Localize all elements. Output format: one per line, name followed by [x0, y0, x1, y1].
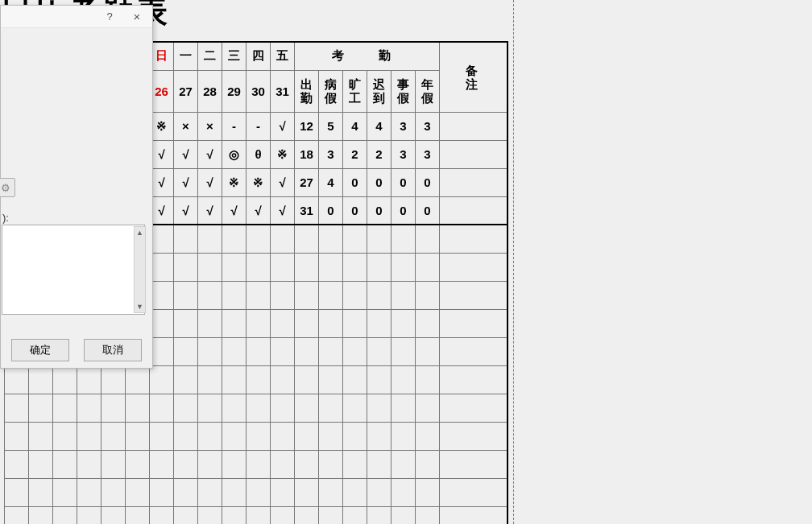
day-cell[interactable]: √	[174, 140, 198, 168]
date-header: 27	[174, 70, 198, 112]
metric-cell[interactable]: 0	[392, 196, 416, 225]
metric-cell[interactable]: 3	[392, 112, 416, 140]
weekday-header: 四	[246, 42, 271, 70]
metric-cell[interactable]: 3	[319, 140, 343, 168]
scroll-down-icon[interactable]: ▼	[135, 301, 145, 312]
ok-button[interactable]: 确定	[11, 339, 69, 361]
day-cell[interactable]: √	[198, 196, 222, 225]
metric-cell[interactable]: 0	[343, 168, 367, 196]
weekday-header: 二	[198, 42, 222, 70]
weekday-header: 三	[222, 42, 246, 70]
day-cell[interactable]: ※	[150, 112, 174, 140]
dialog-textarea[interactable]	[2, 225, 145, 315]
day-cell[interactable]: √	[271, 196, 295, 225]
metric-cell[interactable]: 5	[319, 112, 343, 140]
weekday-header: 一	[174, 42, 198, 70]
dialog: ? × ⚙ ): ▲ ▼ 确定 取消	[0, 5, 153, 369]
remark-cell[interactable]	[440, 196, 508, 225]
metric-header: 年假	[416, 70, 440, 112]
remark-header: 备注	[440, 42, 508, 112]
cancel-button[interactable]: 取消	[84, 339, 142, 361]
day-cell[interactable]: ×	[198, 112, 222, 140]
day-cell[interactable]: √	[174, 168, 198, 196]
scroll-up-icon[interactable]: ▲	[135, 227, 145, 238]
metric-cell[interactable]: 18	[295, 140, 319, 168]
metric-header: 事假	[392, 70, 416, 112]
dialog-label: ):	[2, 212, 9, 224]
metric-cell[interactable]: 3	[416, 140, 440, 168]
metric-cell[interactable]: 3	[392, 140, 416, 168]
attendance-group-header: 考 勤	[295, 42, 440, 70]
day-cell[interactable]: ◎	[222, 140, 246, 168]
day-cell[interactable]: √	[150, 168, 174, 196]
date-header: 30	[246, 70, 271, 112]
day-cell[interactable]: -	[246, 112, 271, 140]
metric-cell[interactable]: 12	[295, 112, 319, 140]
metric-cell[interactable]: 0	[416, 196, 440, 225]
remark-header-text: 备注	[440, 64, 507, 92]
remark-cell[interactable]	[440, 112, 508, 140]
metric-cell[interactable]: 0	[319, 196, 343, 225]
remark-cell[interactable]	[440, 168, 508, 196]
metric-cell[interactable]: 31	[295, 196, 319, 225]
metric-cell[interactable]: 2	[367, 140, 392, 168]
day-cell[interactable]: √	[198, 140, 222, 168]
metric-cell[interactable]: 4	[367, 112, 392, 140]
close-icon[interactable]: ×	[123, 7, 151, 27]
settings-icon[interactable]: ⚙	[0, 178, 15, 197]
day-cell[interactable]: √	[174, 196, 198, 225]
day-cell[interactable]: √	[246, 196, 271, 225]
day-cell[interactable]: -	[222, 112, 246, 140]
weekday-header: 五	[271, 42, 295, 70]
date-header: 26	[150, 70, 174, 112]
metric-cell[interactable]: 4	[343, 112, 367, 140]
remark-cell[interactable]	[440, 140, 508, 168]
metric-cell[interactable]: 27	[295, 168, 319, 196]
day-cell[interactable]: ×	[174, 112, 198, 140]
day-cell[interactable]: √	[271, 168, 295, 196]
weekday-header: 日	[150, 42, 174, 70]
date-header: 31	[271, 70, 295, 112]
metric-cell[interactable]: 2	[343, 140, 367, 168]
metric-cell[interactable]: 0	[392, 168, 416, 196]
metric-cell[interactable]: 3	[416, 112, 440, 140]
metric-cell[interactable]: 4	[319, 168, 343, 196]
metric-header: 旷工	[343, 70, 367, 112]
page-break-indicator	[513, 0, 514, 524]
metric-header: 病假	[319, 70, 343, 112]
metric-cell[interactable]: 0	[416, 168, 440, 196]
metric-cell[interactable]: 0	[367, 168, 392, 196]
day-cell[interactable]: √	[271, 112, 295, 140]
day-cell[interactable]: √	[198, 168, 222, 196]
date-header: 28	[198, 70, 222, 112]
day-cell[interactable]: √	[222, 196, 246, 225]
help-icon[interactable]: ?	[96, 7, 123, 27]
day-cell[interactable]: ※	[246, 168, 271, 196]
day-cell[interactable]: ※	[222, 168, 246, 196]
day-cell[interactable]: θ	[246, 140, 271, 168]
day-cell[interactable]: ※	[271, 140, 295, 168]
metric-cell[interactable]: 0	[343, 196, 367, 225]
dialog-titlebar[interactable]: ? ×	[1, 6, 152, 28]
metric-cell[interactable]: 0	[367, 196, 392, 225]
scrollbar[interactable]: ▲ ▼	[134, 226, 146, 313]
metric-header: 出勤	[295, 70, 319, 112]
day-cell[interactable]: √	[150, 196, 174, 225]
date-header: 29	[222, 70, 246, 112]
metric-header: 迟到	[367, 70, 392, 112]
day-cell[interactable]: √	[150, 140, 174, 168]
